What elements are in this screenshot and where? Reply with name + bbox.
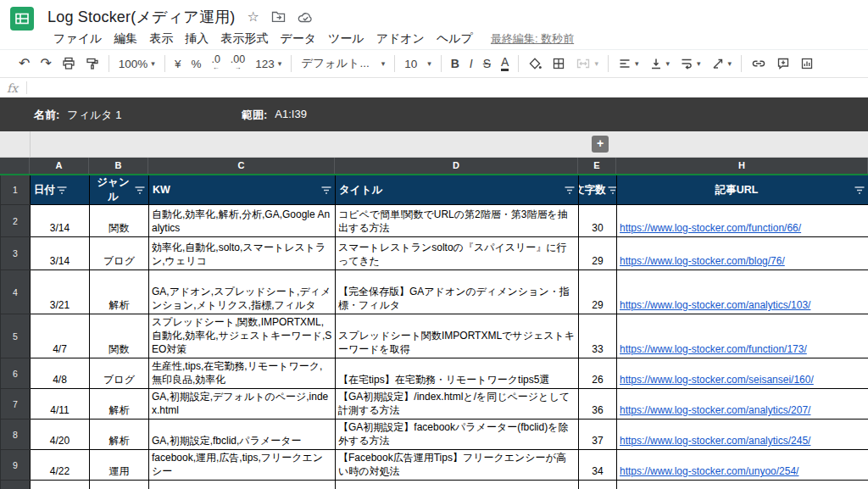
- row-header[interactable]: 8: [1, 420, 31, 450]
- row-header[interactable]: 2: [1, 205, 31, 237]
- cell-genre[interactable]: 解析: [90, 270, 149, 314]
- filter-icon[interactable]: [608, 186, 617, 194]
- undo-button[interactable]: ↶: [14, 53, 35, 75]
- cell-url[interactable]: https://www.log-stocker.com/blog/76/: [617, 237, 868, 270]
- unhide-columns-button[interactable]: +: [592, 136, 609, 153]
- article-link[interactable]: https://www.log-stocker.com/blog/76/: [620, 255, 785, 267]
- filter-icon[interactable]: [321, 186, 331, 194]
- font-select[interactable]: デフォルト...▾: [296, 53, 390, 75]
- text-rotation-button[interactable]: ▾: [706, 53, 737, 75]
- text-wrap-button[interactable]: ▾: [675, 53, 706, 75]
- menu-item[interactable]: ファイル: [47, 30, 108, 48]
- row-header[interactable]: 10: [1, 481, 31, 489]
- cell-title[interactable]: 【Facebook広告運用Tips】フリークエンシーが高い時の対処法: [336, 450, 579, 481]
- cell-title[interactable]: 【完全保存版】GAアドオンのディメンション・指標・フィルタ: [336, 270, 579, 314]
- redo-button[interactable]: ↷: [35, 53, 56, 75]
- cell-kw[interactable]: GA,アドオン,スプレッドシート,ディメンション,メトリクス,指標,フィルタ: [149, 270, 336, 314]
- insert-comment-button[interactable]: [771, 53, 795, 75]
- header-cell-kw[interactable]: KW: [149, 175, 336, 205]
- bold-button[interactable]: B: [446, 53, 465, 75]
- cell-chars[interactable]: 29: [579, 270, 617, 314]
- borders-button[interactable]: [547, 53, 570, 75]
- strikethrough-button[interactable]: S: [478, 53, 496, 75]
- cell-date[interactable]: 5/2: [31, 481, 90, 489]
- cell-kw[interactable]: 効率化,自動化,solto,スマートレストラン,ウェリコ: [149, 237, 336, 270]
- menu-item[interactable]: 表示: [143, 30, 179, 48]
- cell-date[interactable]: 3/14: [31, 237, 90, 270]
- column-letter[interactable]: D: [335, 158, 578, 174]
- cell-date[interactable]: 4/20: [31, 420, 90, 450]
- row-header[interactable]: 9: [1, 450, 31, 481]
- article-link[interactable]: https://www.log-stocker.com/analytics/20…: [620, 404, 810, 416]
- menu-item[interactable]: データ: [274, 30, 322, 48]
- cell-url[interactable]: https://www.log-stocker.com/analytics/10…: [617, 270, 868, 314]
- menu-item[interactable]: 編集: [108, 30, 143, 48]
- cell-url[interactable]: https://www.log-stocker.com/analytics/24…: [617, 420, 868, 450]
- cell-chars[interactable]: 26: [579, 358, 617, 389]
- cell-genre[interactable]: 関数: [90, 205, 149, 237]
- cell-date[interactable]: 4/8: [31, 358, 90, 389]
- article-link[interactable]: https://www.log-stocker.com/analytics/24…: [620, 435, 810, 447]
- cell-chars[interactable]: 33: [579, 314, 617, 358]
- filter-icon[interactable]: [57, 186, 67, 194]
- format-percent-button[interactable]: %: [186, 53, 206, 75]
- row-header[interactable]: 6: [1, 358, 31, 389]
- cell-chars[interactable]: 29: [579, 237, 617, 270]
- text-color-button[interactable]: A: [496, 53, 514, 75]
- cell-url[interactable]: https://www.log-stocker.com/analytics/20…: [617, 389, 868, 420]
- cell-genre[interactable]: 解析: [90, 481, 149, 489]
- cell-title[interactable]: 【在宅tips】在宅勤務・リモートワークtips5選: [336, 358, 579, 389]
- header-cell-date[interactable]: 日付: [31, 175, 90, 205]
- menu-item[interactable]: ツール: [322, 30, 370, 48]
- vertical-align-button[interactable]: ▾: [644, 53, 676, 75]
- cell-genre[interactable]: ブログ: [90, 358, 149, 389]
- move-folder-icon[interactable]: [271, 10, 286, 23]
- cell-date[interactable]: 4/11: [31, 389, 90, 420]
- cloud-saved-icon[interactable]: [298, 11, 314, 23]
- cell-kw[interactable]: GA,初期設定,デフォルトのページ,index.html: [149, 389, 336, 420]
- cell-chars[interactable]: 37: [579, 420, 617, 450]
- number-format-select[interactable]: 123▾: [250, 53, 287, 75]
- last-edit-link[interactable]: 最終編集: 数秒前: [491, 31, 574, 47]
- cell-title[interactable]: 【GA初期設定】一定数以上のPVをCVとして設定する方法: [336, 481, 579, 489]
- cell-url[interactable]: https://www.log-stocker.com/function/173…: [617, 314, 868, 358]
- cell-genre[interactable]: 運用: [90, 450, 149, 481]
- article-link[interactable]: https://www.log-stocker.com/function/66/: [620, 222, 801, 234]
- filter-name-value[interactable]: フィルタ 1: [67, 108, 121, 123]
- menu-item[interactable]: ヘルプ: [431, 30, 479, 48]
- cell-kw[interactable]: スプレッドシート,関数,IMPORTXML,自動化,効率化,サジェストキーワード…: [149, 314, 336, 358]
- cell-title[interactable]: スマートレストランsoltoの『スパイスリー』に行ってきた: [336, 237, 579, 270]
- cell-kw[interactable]: 生産性,tips,在宅勤務,リモートワーク,無印良品,効率化: [149, 358, 336, 389]
- corner-cell[interactable]: [0, 158, 30, 174]
- cell-url[interactable]: https://www.log-stocker.com/analytics/32…: [617, 481, 868, 489]
- insert-chart-button[interactable]: [795, 53, 819, 75]
- formula-input[interactable]: [27, 78, 868, 97]
- cell-chars[interactable]: 34: [579, 450, 617, 481]
- fill-color-button[interactable]: [523, 53, 547, 75]
- cell-url[interactable]: https://www.log-stocker.com/seisansei/16…: [617, 358, 868, 389]
- cell-url[interactable]: https://www.log-stocker.com/unyoo/254/: [617, 450, 868, 481]
- cell-kw[interactable]: facebook,運用,広告,tips,フリークエンシー: [149, 450, 336, 481]
- cell-chars[interactable]: 30: [579, 205, 617, 237]
- filter-icon[interactable]: [565, 186, 575, 194]
- print-button[interactable]: [57, 53, 81, 75]
- cell-kw[interactable]: GA,初期設定,fbclid,パラメーター: [149, 420, 336, 450]
- header-cell-chars[interactable]: 文字数: [579, 175, 617, 205]
- header-cell-title[interactable]: タイトル: [336, 175, 579, 205]
- cell-genre[interactable]: 解析: [90, 389, 149, 420]
- cell-title[interactable]: 【GA初期設定】/index.htmlと/を同じページとして計測する方法: [336, 389, 579, 420]
- article-link[interactable]: https://www.log-stocker.com/unyoo/254/: [620, 465, 798, 477]
- insert-link-button[interactable]: [746, 53, 771, 75]
- cell-kw[interactable]: 自動化,効率化,解析,分析,GA,Google Analytics: [149, 205, 336, 237]
- paint-format-button[interactable]: [81, 53, 104, 75]
- menu-item[interactable]: 挿入: [179, 30, 214, 48]
- star-icon[interactable]: ☆: [248, 10, 259, 24]
- cell-title[interactable]: 【GA初期設定】facebookパラメーター(fbclid)を除外する方法: [336, 420, 579, 450]
- cell-url[interactable]: https://www.log-stocker.com/function/66/: [617, 205, 868, 237]
- column-letter[interactable]: B: [89, 158, 148, 174]
- cell-genre[interactable]: 関数: [90, 314, 149, 358]
- article-link[interactable]: https://www.log-stocker.com/seisansei/16…: [620, 374, 814, 386]
- cell-date[interactable]: 3/14: [31, 205, 90, 237]
- italic-button[interactable]: I: [465, 53, 478, 75]
- increase-decimal-button[interactable]: .00→: [225, 53, 250, 75]
